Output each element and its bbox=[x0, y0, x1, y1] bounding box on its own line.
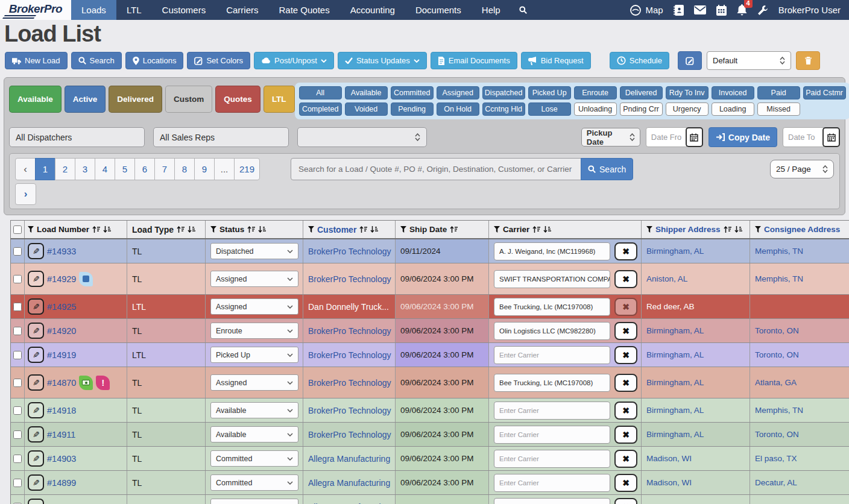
customer-link[interactable]: BrokerPro Technology bbox=[303, 367, 396, 398]
search-button[interactable]: Search bbox=[71, 52, 122, 69]
remove-carrier-button[interactable]: ✖ bbox=[614, 322, 637, 340]
column-header-ship-date[interactable]: Ship Date bbox=[396, 221, 489, 238]
load-number-link[interactable]: #14898 bbox=[47, 502, 76, 504]
status-filter-voided[interactable]: Voided bbox=[345, 102, 388, 116]
status-filter-paid-cstmr[interactable]: Paid Cstmr bbox=[803, 86, 846, 99]
set-colors-button[interactable]: Set Colors bbox=[187, 52, 250, 69]
status-select[interactable]: Assigned bbox=[210, 271, 298, 287]
page-button-219[interactable]: 219 bbox=[234, 158, 260, 180]
date-to-input[interactable] bbox=[783, 127, 824, 147]
filter-funnel-icon[interactable] bbox=[494, 226, 500, 233]
status-select[interactable]: Available bbox=[210, 402, 298, 418]
row-checkbox[interactable] bbox=[13, 406, 22, 415]
column-header-load-type[interactable]: Load Type bbox=[127, 221, 206, 238]
filter-funnel-icon[interactable] bbox=[400, 226, 406, 233]
next-page-button[interactable]: › bbox=[15, 183, 36, 205]
nav-item-documents[interactable]: Documents bbox=[405, 0, 472, 20]
status-filter-urgency[interactable]: Urgency bbox=[666, 102, 709, 116]
remove-carrier-button[interactable]: ✖ bbox=[614, 498, 637, 504]
status-select[interactable]: Available bbox=[210, 426, 298, 443]
status-filter-missed[interactable]: Missed bbox=[757, 102, 800, 116]
locations-button[interactable]: Locations bbox=[125, 52, 184, 69]
contacts-icon[interactable] bbox=[674, 5, 684, 16]
map-button[interactable]: Map bbox=[630, 4, 663, 16]
filter-funnel-icon[interactable] bbox=[28, 226, 34, 233]
copy-date-button[interactable]: Copy Date bbox=[709, 127, 777, 147]
tab-ltl[interactable]: LTL bbox=[264, 86, 295, 113]
consignee-address[interactable]: Toronto, ON bbox=[750, 423, 849, 446]
consignee-address[interactable] bbox=[750, 495, 849, 504]
date-type-select[interactable]: Pickup Date bbox=[581, 128, 640, 146]
schedule-button[interactable]: Schedule bbox=[610, 52, 669, 69]
alert-icon[interactable]: ! bbox=[96, 376, 110, 390]
remove-carrier-button[interactable]: ✖ bbox=[614, 298, 637, 316]
select-all-checkbox[interactable] bbox=[13, 225, 22, 234]
remove-carrier-button[interactable]: ✖ bbox=[614, 450, 637, 468]
row-checkbox[interactable] bbox=[13, 275, 22, 283]
dispatcher-filter-select[interactable]: All Dispatchers bbox=[9, 127, 145, 147]
status-filter-loading[interactable]: Loading bbox=[712, 102, 754, 116]
row-checkbox[interactable] bbox=[13, 327, 22, 335]
sort-ascending-icon[interactable] bbox=[177, 225, 185, 233]
view-select[interactable]: Default bbox=[707, 51, 791, 70]
shipper-address[interactable]: Birmingham, AL bbox=[642, 367, 750, 398]
shipper-address[interactable]: Madison, WI bbox=[642, 447, 750, 470]
carrier-input[interactable]: Bee Trucking, Llc (MC197008) bbox=[494, 374, 610, 392]
edit-load-button[interactable]: ✎ bbox=[28, 426, 44, 443]
status-filter-available[interactable]: Available bbox=[345, 86, 388, 99]
customer-link[interactable]: BrokerPro Technology bbox=[303, 343, 396, 367]
nav-item-customers[interactable]: Customers bbox=[152, 0, 216, 20]
remove-carrier-button[interactable]: ✖ bbox=[614, 346, 637, 364]
load-search-input[interactable] bbox=[291, 158, 581, 180]
status-filter-rdy-to-inv[interactable]: Rdy To Inv bbox=[666, 86, 709, 99]
edit-load-button[interactable]: ✎ bbox=[28, 298, 44, 315]
remove-carrier-button[interactable]: ✖ bbox=[614, 242, 637, 260]
load-number-link[interactable]: #14911 bbox=[47, 430, 75, 439]
load-number-link[interactable]: #14920 bbox=[47, 326, 76, 336]
carrier-input[interactable]: Bee Trucking, Llc (MC197008) bbox=[494, 298, 610, 316]
status-select[interactable]: Picked Up bbox=[210, 347, 298, 363]
status-select[interactable]: Assigned bbox=[210, 374, 298, 391]
money-icon[interactable] bbox=[79, 376, 93, 390]
shipper-address[interactable]: Birmingham, AL bbox=[642, 239, 750, 263]
column-header-load-number[interactable]: Load Number bbox=[25, 221, 127, 238]
sort-descending-icon[interactable] bbox=[103, 225, 111, 233]
status-filter-all-statuses[interactable]: All Statuses bbox=[299, 86, 342, 99]
shipper-address[interactable]: Birmingham, AL bbox=[642, 398, 750, 422]
status-filter-delivered[interactable]: Delivered bbox=[620, 86, 663, 99]
edit-load-button[interactable]: ✎ bbox=[28, 323, 44, 339]
prev-page-button[interactable]: ‹ bbox=[15, 158, 36, 180]
edit-load-button[interactable]: ✎ bbox=[28, 374, 44, 391]
consignee-address[interactable]: Decatur, AL bbox=[750, 471, 849, 494]
settings-wrench-icon[interactable] bbox=[757, 5, 768, 16]
consignee-address[interactable] bbox=[750, 295, 849, 318]
carrier-input[interactable]: Enter Carrier bbox=[494, 426, 610, 444]
tab-custom[interactable]: Custom bbox=[165, 86, 212, 113]
edit-load-button[interactable]: ✎ bbox=[28, 499, 44, 504]
remove-carrier-button[interactable]: ✖ bbox=[614, 426, 637, 444]
status-filter-ccntng-hld[interactable]: Ccntng Hld bbox=[482, 102, 525, 116]
carrier-input[interactable]: Enter Carrier bbox=[494, 450, 610, 468]
nav-item-help[interactable]: Help bbox=[472, 0, 511, 20]
customer-link[interactable]: BrokerPro Technology bbox=[303, 239, 396, 263]
remove-carrier-button[interactable]: ✖ bbox=[614, 374, 637, 392]
status-select[interactable]: Committed bbox=[210, 499, 298, 504]
status-select[interactable]: Enroute bbox=[210, 323, 298, 339]
status-select[interactable]: Committed bbox=[210, 450, 298, 467]
column-header-shipper-address[interactable]: Shipper Address bbox=[642, 221, 750, 238]
row-checkbox[interactable] bbox=[13, 379, 22, 387]
edit-view-button[interactable] bbox=[678, 51, 702, 70]
consignee-address[interactable]: Memphis, TN bbox=[750, 263, 849, 294]
shipper-address[interactable]: Birmingham, AL bbox=[642, 343, 750, 367]
status-filter-pnding-crr[interactable]: Pnding Crr bbox=[620, 102, 663, 116]
remove-carrier-button[interactable]: ✖ bbox=[614, 402, 637, 420]
page-button-7[interactable]: 7 bbox=[154, 158, 175, 180]
status-filter-committed[interactable]: Committed bbox=[391, 86, 434, 99]
shipper-address[interactable]: Red deer, AB bbox=[642, 295, 750, 318]
edit-load-button[interactable]: ✎ bbox=[28, 243, 44, 259]
status-filter-unloading[interactable]: Unloading bbox=[574, 102, 617, 116]
filter-funnel-icon[interactable] bbox=[308, 226, 314, 233]
extra-filter-select[interactable] bbox=[297, 127, 427, 147]
filter-funnel-icon[interactable] bbox=[646, 226, 652, 233]
filter-funnel-icon[interactable] bbox=[210, 226, 216, 233]
